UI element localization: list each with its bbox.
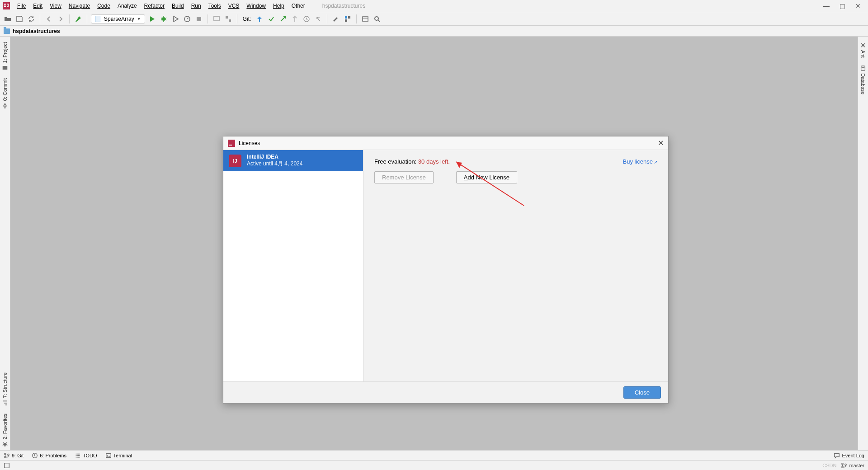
build-button[interactable]: [73, 14, 83, 24]
list-icon: [75, 452, 81, 459]
coverage-button[interactable]: [170, 14, 180, 24]
external-link-icon: ↗: [654, 160, 657, 164]
branch-icon: [4, 452, 10, 459]
stop-button[interactable]: [194, 14, 204, 24]
ant-icon: [860, 42, 866, 48]
svg-rect-32: [5, 463, 9, 468]
svg-line-23: [456, 162, 524, 206]
menu-other[interactable]: Other: [288, 1, 309, 11]
nav-forward-button[interactable]: [56, 14, 66, 24]
svg-point-34: [842, 466, 844, 468]
add-new-license-button[interactable]: Add New License: [456, 171, 517, 183]
tool-structure[interactable]: 7: Structure: [1, 370, 9, 409]
menu-vcs[interactable]: VCS: [225, 1, 243, 11]
svg-rect-10: [214, 16, 219, 21]
terminal-icon: [105, 452, 112, 459]
menu-navigate[interactable]: Navigate: [65, 1, 94, 11]
tab-event-log[interactable]: Event Log: [834, 452, 864, 459]
licenses-dialog: Licenses ✕ IJ IntelliJ IDEA Active until…: [223, 136, 669, 404]
svg-point-35: [845, 464, 847, 465]
save-button[interactable]: [14, 14, 24, 24]
tab-terminal[interactable]: Terminal: [105, 452, 132, 459]
window-close-icon[interactable]: ✕: [855, 2, 861, 9]
menu-code[interactable]: Code: [94, 1, 114, 11]
menu-analyze[interactable]: Analyze: [114, 1, 141, 11]
menu-file[interactable]: File: [14, 1, 29, 11]
project-structure-button[interactable]: [343, 14, 353, 24]
svg-rect-19: [3, 66, 8, 70]
svg-rect-21: [228, 140, 235, 147]
branch-icon: [841, 462, 847, 469]
svg-rect-14: [345, 16, 347, 19]
layout-button[interactable]: [360, 14, 370, 24]
database-icon: [860, 65, 866, 71]
git-branch-label[interactable]: master: [849, 463, 864, 468]
bubble-icon: [834, 452, 840, 459]
dialog-footer: Close: [223, 381, 668, 403]
menu-run[interactable]: Run: [188, 1, 205, 11]
svg-point-26: [861, 66, 865, 67]
menu-build[interactable]: Build: [168, 1, 188, 11]
svg-point-27: [5, 453, 6, 455]
menu-window[interactable]: Window: [243, 1, 269, 11]
avd-button[interactable]: [212, 14, 222, 24]
svg-rect-0: [3, 2, 10, 9]
git-update-button[interactable]: [255, 14, 264, 24]
tool-windows-icon[interactable]: [4, 462, 10, 469]
intellij-icon: [228, 140, 235, 147]
open-button[interactable]: [3, 14, 13, 24]
svg-point-28: [5, 456, 6, 458]
window-maximize-icon[interactable]: ▢: [840, 2, 845, 9]
svg-point-20: [4, 105, 6, 107]
git-commit-button[interactable]: [266, 14, 276, 24]
svg-point-33: [842, 463, 844, 465]
tool-commit[interactable]: 0: Commit: [1, 75, 9, 112]
svg-rect-9: [197, 17, 201, 21]
buy-license-link[interactable]: Buy license↗: [623, 158, 657, 165]
tab-problems[interactable]: 6: Problems: [32, 452, 66, 459]
star-icon: [2, 441, 8, 447]
git-history-button[interactable]: [290, 14, 300, 24]
dialog-product-list: IJ IntelliJ IDEA Active until 4月 4, 2024: [223, 150, 363, 381]
commit-icon: [2, 103, 8, 109]
debug-button[interactable]: [159, 14, 169, 24]
nav-back-button[interactable]: [44, 14, 54, 24]
search-button[interactable]: [372, 14, 382, 24]
svg-rect-5: [8, 4, 9, 7]
svg-rect-16: [345, 19, 347, 22]
tool-ant[interactable]: Ant: [859, 39, 867, 61]
editor-area: Licenses ✕ IJ IntelliJ IDEA Active until…: [10, 37, 858, 450]
watermark: CSDN: [822, 463, 836, 468]
chevron-down-icon: ▼: [137, 17, 141, 21]
product-item-intellij[interactable]: IJ IntelliJ IDEA Active until 4月 4, 2024: [223, 150, 363, 171]
close-button[interactable]: Close: [623, 386, 661, 399]
sync-button[interactable]: [26, 14, 36, 24]
menu-refactor[interactable]: Refactor: [141, 1, 168, 11]
status-bar: CSDN master: [0, 460, 868, 470]
profile-button[interactable]: [182, 14, 192, 24]
dialog-titlebar: Licenses ✕: [223, 136, 668, 150]
tool-favorites[interactable]: 2: Favorites: [1, 411, 9, 450]
menu-view[interactable]: View: [46, 1, 65, 11]
menu-tools[interactable]: Tools: [205, 1, 225, 11]
window-minimize-icon[interactable]: —: [823, 2, 830, 9]
git-clock-button[interactable]: [302, 14, 311, 24]
dialog-close-icon[interactable]: ✕: [658, 139, 664, 147]
run-config-icon: [95, 16, 101, 22]
menu-edit[interactable]: Edit: [29, 1, 46, 11]
git-push-button[interactable]: [278, 14, 288, 24]
svg-rect-17: [363, 17, 368, 21]
folder-icon: [4, 28, 10, 34]
menu-help[interactable]: Help: [269, 1, 288, 11]
run-button[interactable]: [147, 14, 157, 24]
settings-button[interactable]: [331, 14, 341, 24]
run-config-dropdown[interactable]: SparseArray ▼: [91, 14, 145, 24]
tool-project[interactable]: 1: Project: [1, 39, 9, 74]
tab-todo[interactable]: TODO: [75, 452, 97, 459]
breadcrumb-project[interactable]: hspdatastructures: [13, 28, 60, 34]
tab-git[interactable]: 9: Git: [4, 452, 24, 459]
git-rollback-button[interactable]: [313, 14, 323, 24]
tool-database[interactable]: Database: [859, 62, 867, 97]
sdk-button[interactable]: [223, 14, 233, 24]
svg-rect-3: [4, 6, 6, 7]
